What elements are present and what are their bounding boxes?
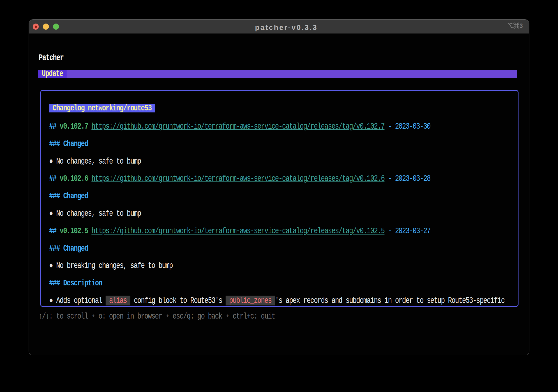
svg-text:3: 3: [520, 23, 523, 29]
